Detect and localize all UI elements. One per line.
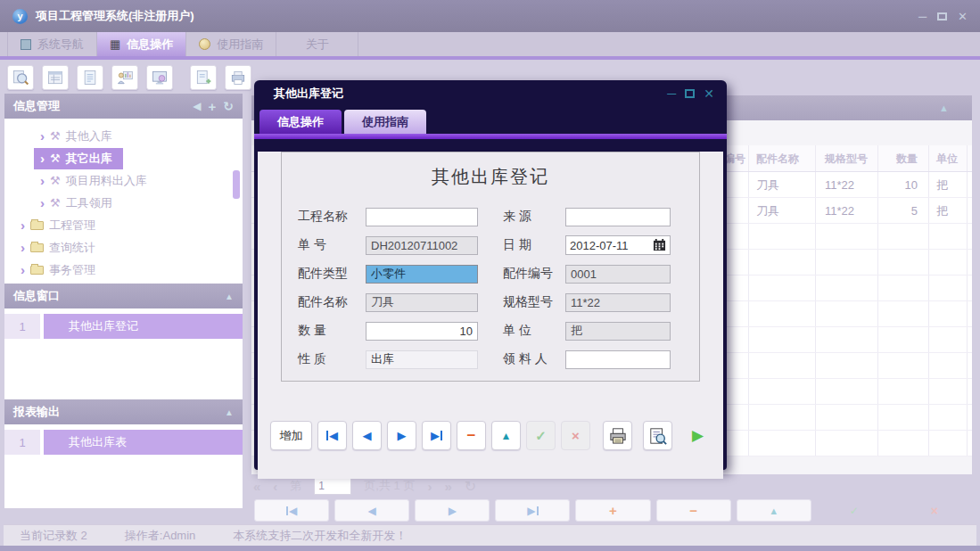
add-record-button[interactable]: + (575, 499, 650, 522)
device-button[interactable] (225, 65, 251, 90)
user-report-button[interactable] (111, 65, 138, 90)
tree-item-project-mgmt[interactable]: › 工程管理 (4, 214, 243, 236)
refresh-icon[interactable]: ↻ (223, 99, 234, 113)
chevron-right-icon: › (21, 242, 25, 254)
tree-item-project-material[interactable]: › ⚒ 项目用料出入库 (4, 169, 243, 192)
first-page-icon[interactable]: « (253, 479, 260, 494)
project-name-input[interactable] (366, 208, 478, 226)
tab-user-guide[interactable]: 使用指南 (186, 32, 276, 56)
collapse-up-icon[interactable]: ▲ (225, 407, 234, 417)
outbound-register-dialog: 其他出库登记 ─ ✕ 信息操作 使用指南 其他出库登记 工程名称 (254, 80, 727, 470)
date-input[interactable] (566, 237, 648, 253)
column-header[interactable]: 数量 (878, 145, 929, 171)
tree-item-label: 工程管理 (49, 218, 95, 234)
dialog-minimize-icon[interactable]: ─ (667, 86, 676, 101)
part-type-input[interactable] (366, 265, 478, 284)
tree-item-query-stats[interactable]: › 查询统计 (4, 236, 243, 259)
tab-info-operation[interactable]: ▦ 信息操作 (97, 32, 186, 56)
commit-button[interactable]: ✓ (817, 499, 892, 522)
tab-about[interactable]: 关于 (276, 32, 358, 56)
monitor-view-button[interactable] (146, 65, 173, 90)
tree-item-other-inbound[interactable]: › ⚒ 其他入库 (4, 125, 243, 147)
folder-icon (30, 243, 44, 252)
column-header[interactable]: 规格型号 (816, 145, 878, 171)
doc-new-button[interactable] (190, 65, 217, 90)
preview-button[interactable] (643, 421, 672, 450)
next-record-button[interactable]: ▶ (387, 421, 416, 450)
cell-spec: 11*22 (816, 172, 878, 197)
collapse-left-icon[interactable]: ◀ (193, 100, 201, 112)
tree-item-label: 查询统计 (49, 240, 95, 256)
collapse-up-icon[interactable]: ▲ (225, 292, 234, 301)
last-page-icon[interactable]: » (444, 479, 451, 494)
first-icon: ◀ (329, 429, 338, 442)
dialog-close-icon[interactable]: ✕ (704, 86, 714, 101)
cancel-button[interactable]: × (897, 499, 972, 522)
info-window-panel: 1 其他出库登记 (4, 308, 243, 399)
dialog-tab-info-operation[interactable]: 信息操作 (259, 110, 342, 134)
cancel-button[interactable]: × (561, 421, 590, 450)
dialog-tab-user-guide[interactable]: 使用指南 (344, 110, 426, 134)
last-record-button[interactable]: ▶ (422, 421, 451, 450)
picker-input[interactable] (565, 350, 671, 369)
qty-input[interactable] (366, 322, 478, 341)
edit-record-button[interactable]: ▲ (737, 499, 811, 522)
tab-system-nav[interactable]: 系统导航 (7, 32, 97, 56)
commit-button[interactable]: ✓ (526, 421, 556, 450)
delete-record-button[interactable]: − (656, 499, 731, 522)
next-page-icon[interactable]: › (427, 479, 432, 494)
bar-icon (441, 431, 442, 440)
add-button[interactable]: 增加 (270, 421, 312, 450)
restore-icon[interactable] (937, 12, 947, 21)
panel-header-info-window[interactable]: 信息窗口 ▲ (4, 284, 243, 308)
print-button[interactable] (603, 421, 632, 450)
column-header (968, 145, 972, 171)
part-no-label: 配件编号 (503, 266, 565, 282)
part-name-input (366, 293, 478, 312)
tree-item-label: 其他入库 (66, 128, 112, 144)
document-button[interactable] (77, 65, 103, 90)
list-item-outbound-register[interactable]: 1 其他出库登记 (4, 314, 243, 339)
dialog-body: 其他出库登记 工程名称 来 源 单 号 日 期 (258, 152, 723, 479)
refresh-icon[interactable]: ↻ (465, 478, 476, 495)
prev-record-button[interactable]: ◀ (334, 499, 409, 522)
column-header[interactable]: 单位 (929, 145, 968, 171)
panel-header-info-mgmt[interactable]: 信息管理 ◀ + ↻ (4, 94, 243, 119)
first-record-button[interactable]: ◀ (254, 499, 329, 522)
panel-header-report-output[interactable]: 报表输出 ▲ (4, 399, 243, 424)
plus-icon: + (609, 503, 617, 518)
last-icon: ▶ (431, 429, 440, 442)
page-number-input[interactable] (314, 478, 351, 495)
first-record-button[interactable]: ◀ (317, 421, 347, 450)
run-button[interactable]: ▶ (683, 421, 712, 450)
calendar-button[interactable] (648, 236, 670, 254)
close-icon[interactable]: ✕ (958, 10, 968, 23)
status-bar: 当前记录数 2 操作者:Admin 本系统支持二次开发和全新开发！ (4, 524, 976, 546)
triangle-up-icon: ▲ (769, 506, 778, 516)
add-icon[interactable]: + (209, 99, 217, 114)
tree-item-tool-borrow[interactable]: › ⚒ 工具领用 (4, 192, 243, 214)
form-groupbox: 其他出库登记 工程名称 来 源 单 号 日 期 (281, 152, 700, 382)
triangle-up-icon: ▲ (501, 430, 512, 442)
source-input[interactable] (565, 208, 671, 226)
dialog-maximize-icon[interactable] (685, 89, 695, 98)
column-header[interactable]: 配件名称 (749, 145, 816, 171)
dialog-titlebar[interactable]: 其他出库登记 ─ ✕ (254, 80, 727, 107)
date-field (565, 235, 671, 255)
collapse-up-icon[interactable]: ▲ (939, 103, 949, 113)
prev-record-button[interactable]: ◀ (352, 421, 382, 450)
tree-item-other-outbound-selected[interactable]: › ⚒ 其它出库 (4, 147, 243, 169)
tree-item-affairs-mgmt[interactable]: › 事务管理 (4, 259, 243, 281)
search-button[interactable] (7, 65, 34, 90)
delete-record-button[interactable]: − (457, 421, 486, 450)
app-logo-icon: y (12, 9, 28, 24)
minimize-icon[interactable]: ─ (918, 10, 926, 23)
edit-record-button[interactable]: ▲ (491, 421, 521, 450)
form-list-button[interactable] (42, 65, 69, 90)
last-record-button[interactable]: ▶ (495, 499, 570, 522)
list-item-outbound-report[interactable]: 1 其他出库表 (4, 430, 243, 455)
scrollbar-thumb[interactable] (233, 170, 240, 199)
prev-page-icon[interactable]: ‹ (273, 479, 277, 494)
next-record-button[interactable]: ▶ (415, 499, 490, 522)
minus-icon: − (467, 427, 476, 445)
